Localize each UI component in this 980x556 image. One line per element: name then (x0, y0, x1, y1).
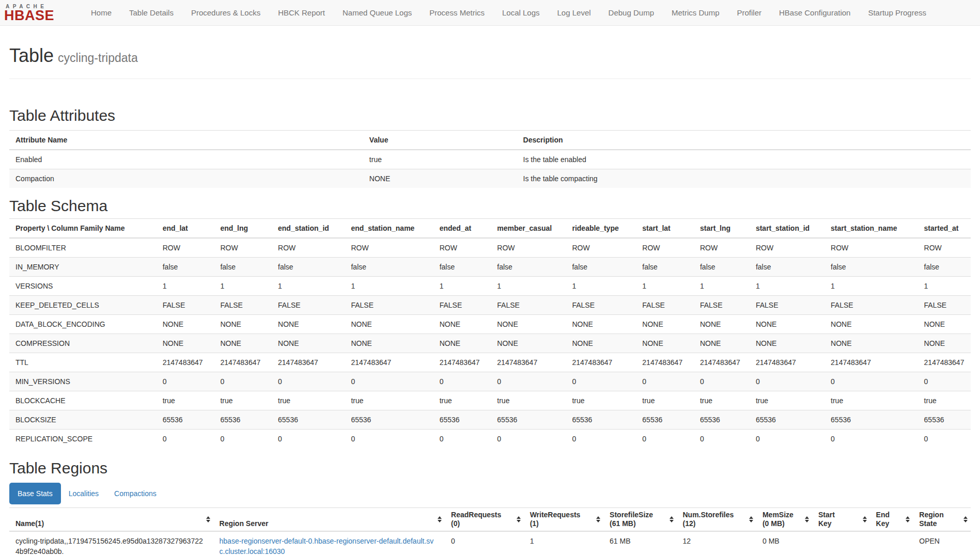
regions-column-readrequests-0[interactable]: ReadRequests(0) (445, 508, 524, 532)
schema-property-value: NONE (272, 315, 345, 334)
regions-column-num-storefiles-12[interactable]: Num.Storefiles(12) (677, 508, 756, 532)
sort-up-arrow (438, 516, 442, 519)
navbar-link-debug-dump[interactable]: Debug Dump (600, 0, 663, 25)
schema-property-value: NONE (214, 334, 272, 353)
navbar-link-profiler[interactable]: Profiler (728, 0, 771, 25)
region-name: cycling-tripdata,,1719475156245.e95d0a13… (9, 531, 213, 556)
schema-property-value: 65536 (272, 410, 345, 430)
schema-property-value: 0 (157, 430, 214, 449)
regions-column-start-key[interactable]: StartKey (812, 508, 870, 532)
schema-property-value: NONE (214, 315, 272, 334)
schema-property-value: 2147483647 (566, 353, 636, 372)
navbar-link-hbase-configuration[interactable]: HBase Configuration (770, 0, 859, 25)
navbar-item-home: Home (82, 0, 120, 25)
schema-property-value: 0 (566, 430, 636, 449)
region-server-link[interactable]: hbase-regionserver-default-0.hbase-regio… (220, 537, 434, 555)
regions-column-label-line2: State (919, 519, 959, 528)
schema-property-value: 0 (214, 372, 272, 391)
regions-column-label: End (876, 511, 902, 519)
regions-column-end-key[interactable]: EndKey (870, 508, 913, 532)
schema-property-value: ROW (272, 238, 345, 258)
schema-heading: Table Schema (9, 197, 971, 214)
regions-column-region-state[interactable]: RegionState (913, 508, 971, 532)
schema-property-value: 1 (636, 277, 694, 296)
tab-compactions[interactable]: Compactions (106, 483, 164, 504)
regions-column-storefilesize-61-mb[interactable]: StorefileSize(61 MB) (603, 508, 676, 532)
schema-property-value: ROW (918, 238, 971, 258)
schema-column-family-rideable-type: rideable_type (566, 219, 636, 239)
regions-column-label: WriteRequests (530, 511, 592, 519)
regions-column-region-server[interactable]: Region Server (213, 508, 445, 532)
navbar-link-table-details[interactable]: Table Details (120, 0, 182, 25)
sort-up-arrow (749, 516, 753, 519)
schema-property-value: true (750, 391, 825, 410)
navbar-link-startup-progress[interactable]: Startup Progress (859, 0, 935, 25)
logo-hbase-text: HBASE (4, 9, 59, 22)
schema-property-value: 0 (491, 430, 566, 449)
navbar-item-metrics-dump: Metrics Dump (663, 0, 728, 25)
schema-property-value: FALSE (566, 296, 636, 315)
navbar-link-home[interactable]: Home (82, 0, 120, 25)
regions-column-label: Start (818, 511, 859, 519)
schema-property-value: false (157, 258, 214, 277)
attribute-description: Is the table enabled (517, 150, 971, 169)
schema-property-value: 65536 (750, 410, 825, 430)
schema-property-value: ROW (636, 238, 694, 258)
regions-column-name-1[interactable]: Name(1) (9, 508, 213, 532)
tab-localities[interactable]: Localities (61, 483, 106, 504)
sort-down-arrow (863, 520, 867, 522)
schema-property-value: 0 (566, 372, 636, 391)
schema-property-value: FALSE (918, 296, 971, 315)
schema-property-value: 1 (694, 277, 750, 296)
schema-property-value: 1 (214, 277, 272, 296)
schema-property-value: 65536 (694, 410, 750, 430)
sort-icon (863, 516, 867, 522)
regions-column-label: ReadRequests (451, 511, 512, 519)
schema-property-value: false (214, 258, 272, 277)
schema-property-value: false (918, 258, 971, 277)
schema-property-value: true (345, 391, 433, 410)
schema-property-value: FALSE (825, 296, 918, 315)
schema-property-value: 2147483647 (491, 353, 566, 372)
schema-property-value: false (345, 258, 433, 277)
sort-icon (963, 516, 968, 522)
sort-down-arrow (517, 520, 521, 522)
schema-property-value: FALSE (491, 296, 566, 315)
schema-property-value: NONE (694, 315, 750, 334)
navbar-item-startup-progress: Startup Progress (859, 0, 935, 25)
navbar-link-metrics-dump[interactable]: Metrics Dump (663, 0, 728, 25)
navbar-link-named-queue-logs[interactable]: Named Queue Logs (334, 0, 421, 25)
navbar-link-log-level[interactable]: Log Level (549, 0, 600, 25)
sort-up-arrow (596, 516, 600, 519)
schema-column-family-ended-at: ended_at (433, 219, 491, 239)
attributes-column-description: Description (517, 131, 971, 150)
regions-column-label: Name(1) (15, 519, 202, 528)
navbar-link-process-metrics[interactable]: Process Metrics (421, 0, 493, 25)
hbase-logo[interactable]: APACHE HBASE (4, 4, 59, 22)
schema-property-value: ROW (214, 238, 272, 258)
schema-property-value: NONE (918, 334, 971, 353)
schema-property-value: NONE (433, 334, 491, 353)
sort-down-arrow (438, 520, 442, 522)
navbar-link-procedures-locks[interactable]: Procedures & Locks (182, 0, 269, 25)
schema-property-value: 2147483647 (918, 353, 971, 372)
regions-column-memsize-0-mb[interactable]: MemSize(0 MB) (756, 508, 812, 532)
schema-property-value: 65536 (636, 410, 694, 430)
regions-column-writerequests-1[interactable]: WriteRequests(1) (524, 508, 603, 532)
schema-property-value: NONE (566, 334, 636, 353)
regions-column-label-line2: (12) (683, 519, 745, 528)
schema-property-value: 0 (272, 372, 345, 391)
navbar-link-local-logs[interactable]: Local Logs (493, 0, 549, 25)
region-num-storefiles: 12 (677, 531, 756, 556)
navbar-link-hbck-report[interactable]: HBCK Report (269, 0, 334, 25)
schema-property-value: true (825, 391, 918, 410)
sort-up-arrow (517, 516, 521, 519)
schema-property-value: 65536 (433, 410, 491, 430)
navbar-item-named-queue-logs: Named Queue Logs (334, 0, 421, 25)
tab-base-stats[interactable]: Base Stats (9, 483, 61, 504)
region-end-key (870, 531, 913, 556)
schema-row-blocksize: BLOCKSIZE6553665536655366553665536655366… (9, 410, 971, 430)
sort-up-arrow (906, 516, 910, 519)
attribute-value: NONE (363, 169, 517, 188)
schema-column-family-start-lng: start_lng (694, 219, 750, 239)
